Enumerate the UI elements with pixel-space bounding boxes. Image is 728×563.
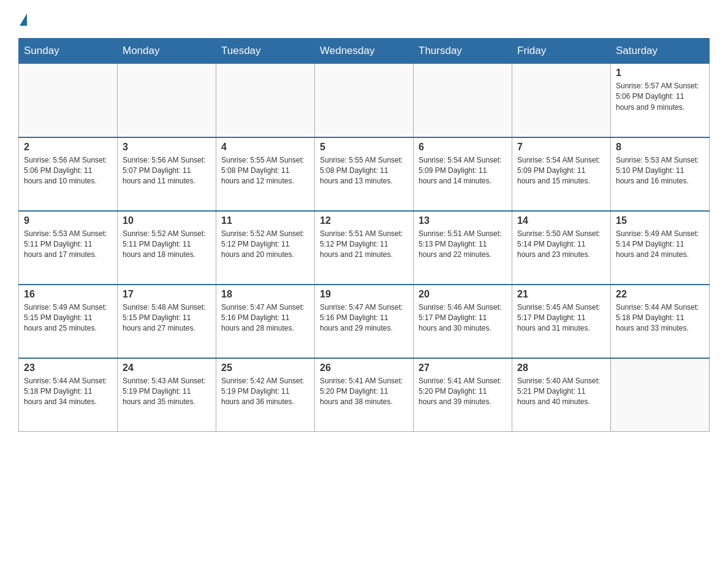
day-number: 20 <box>419 289 507 300</box>
calendar-day-cell: 10Sunrise: 5:52 AM Sunset: 5:11 PM Dayli… <box>118 211 216 285</box>
calendar-day-cell: 3Sunrise: 5:56 AM Sunset: 5:07 PM Daylig… <box>118 137 216 211</box>
calendar-day-cell: 7Sunrise: 5:54 AM Sunset: 5:09 PM Daylig… <box>512 137 611 211</box>
day-info: Sunrise: 5:53 AM Sunset: 5:11 PM Dayligh… <box>24 229 112 261</box>
calendar-week-row: 2Sunrise: 5:56 AM Sunset: 5:06 PM Daylig… <box>19 137 710 211</box>
day-number: 17 <box>123 289 211 300</box>
day-info: Sunrise: 5:56 AM Sunset: 5:06 PM Dayligh… <box>24 155 112 187</box>
calendar-week-row: 16Sunrise: 5:49 AM Sunset: 5:15 PM Dayli… <box>19 285 710 358</box>
day-info: Sunrise: 5:47 AM Sunset: 5:16 PM Dayligh… <box>221 302 309 334</box>
calendar-day-cell: 27Sunrise: 5:41 AM Sunset: 5:20 PM Dayli… <box>414 358 512 432</box>
day-number: 23 <box>24 362 112 373</box>
calendar-day-header: Wednesday <box>315 39 414 64</box>
calendar-day-cell: 2Sunrise: 5:56 AM Sunset: 5:06 PM Daylig… <box>19 137 118 211</box>
calendar-day-cell <box>315 64 414 137</box>
calendar-day-cell: 15Sunrise: 5:49 AM Sunset: 5:14 PM Dayli… <box>611 211 710 285</box>
calendar-day-cell <box>216 64 315 137</box>
day-number: 28 <box>517 362 605 373</box>
calendar-day-header: Thursday <box>414 39 512 64</box>
calendar-day-cell <box>512 64 611 137</box>
calendar-day-header: Tuesday <box>216 39 315 64</box>
day-info: Sunrise: 5:49 AM Sunset: 5:14 PM Dayligh… <box>616 229 704 261</box>
day-number: 25 <box>221 362 309 373</box>
day-number: 15 <box>616 215 704 226</box>
calendar-week-row: 1Sunrise: 5:57 AM Sunset: 5:06 PM Daylig… <box>19 64 710 137</box>
day-info: Sunrise: 5:56 AM Sunset: 5:07 PM Dayligh… <box>123 155 211 187</box>
calendar-day-cell: 22Sunrise: 5:44 AM Sunset: 5:18 PM Dayli… <box>611 285 710 358</box>
day-info: Sunrise: 5:50 AM Sunset: 5:14 PM Dayligh… <box>517 229 605 261</box>
calendar-day-cell: 17Sunrise: 5:48 AM Sunset: 5:15 PM Dayli… <box>118 285 216 358</box>
day-number: 8 <box>616 142 704 153</box>
day-number: 9 <box>24 215 112 226</box>
day-number: 3 <box>123 142 211 153</box>
day-number: 10 <box>123 215 211 226</box>
calendar-day-cell: 1Sunrise: 5:57 AM Sunset: 5:06 PM Daylig… <box>611 64 710 137</box>
calendar-day-cell: 11Sunrise: 5:52 AM Sunset: 5:12 PM Dayli… <box>216 211 315 285</box>
calendar-day-cell: 16Sunrise: 5:49 AM Sunset: 5:15 PM Dayli… <box>19 285 118 358</box>
logo-triangle-icon <box>20 13 27 26</box>
day-number: 16 <box>24 289 112 300</box>
day-number: 21 <box>517 289 605 300</box>
day-number: 5 <box>320 142 408 153</box>
calendar-day-cell: 20Sunrise: 5:46 AM Sunset: 5:17 PM Dayli… <box>414 285 512 358</box>
calendar-day-cell: 26Sunrise: 5:41 AM Sunset: 5:20 PM Dayli… <box>315 358 414 432</box>
day-info: Sunrise: 5:52 AM Sunset: 5:11 PM Dayligh… <box>123 229 211 261</box>
calendar-day-cell: 4Sunrise: 5:55 AM Sunset: 5:08 PM Daylig… <box>216 137 315 211</box>
calendar-day-cell: 9Sunrise: 5:53 AM Sunset: 5:11 PM Daylig… <box>19 211 118 285</box>
calendar-day-cell: 8Sunrise: 5:53 AM Sunset: 5:10 PM Daylig… <box>611 137 710 211</box>
day-info: Sunrise: 5:53 AM Sunset: 5:10 PM Dayligh… <box>616 155 704 187</box>
day-number: 13 <box>419 215 507 226</box>
calendar-day-cell: 14Sunrise: 5:50 AM Sunset: 5:14 PM Dayli… <box>512 211 611 285</box>
day-info: Sunrise: 5:40 AM Sunset: 5:21 PM Dayligh… <box>517 376 605 408</box>
day-info: Sunrise: 5:48 AM Sunset: 5:15 PM Dayligh… <box>123 302 211 334</box>
calendar-day-cell: 5Sunrise: 5:55 AM Sunset: 5:08 PM Daylig… <box>315 137 414 211</box>
calendar-table: SundayMondayTuesdayWednesdayThursdayFrid… <box>18 38 710 432</box>
day-number: 12 <box>320 215 408 226</box>
calendar-week-row: 9Sunrise: 5:53 AM Sunset: 5:11 PM Daylig… <box>19 211 710 285</box>
calendar-day-cell <box>118 64 216 137</box>
calendar-day-cell: 13Sunrise: 5:51 AM Sunset: 5:13 PM Dayli… <box>414 211 512 285</box>
day-number: 26 <box>320 362 408 373</box>
day-info: Sunrise: 5:51 AM Sunset: 5:12 PM Dayligh… <box>320 229 408 261</box>
calendar-day-cell <box>414 64 512 137</box>
calendar-header-row: SundayMondayTuesdayWednesdayThursdayFrid… <box>19 39 710 64</box>
day-number: 2 <box>24 142 112 153</box>
calendar-day-cell <box>611 358 710 432</box>
calendar-day-cell: 24Sunrise: 5:43 AM Sunset: 5:19 PM Dayli… <box>118 358 216 432</box>
calendar-day-header: Friday <box>512 39 611 64</box>
day-number: 7 <box>517 142 605 153</box>
day-info: Sunrise: 5:45 AM Sunset: 5:17 PM Dayligh… <box>517 302 605 334</box>
calendar-day-header: Sunday <box>19 39 118 64</box>
calendar-day-cell: 6Sunrise: 5:54 AM Sunset: 5:09 PM Daylig… <box>414 137 512 211</box>
day-info: Sunrise: 5:57 AM Sunset: 5:06 PM Dayligh… <box>616 81 704 113</box>
calendar-day-header: Monday <box>118 39 216 64</box>
logo <box>18 12 27 26</box>
calendar-day-cell: 21Sunrise: 5:45 AM Sunset: 5:17 PM Dayli… <box>512 285 611 358</box>
day-number: 4 <box>221 142 309 153</box>
day-info: Sunrise: 5:49 AM Sunset: 5:15 PM Dayligh… <box>24 302 112 334</box>
day-number: 14 <box>517 215 605 226</box>
calendar-day-cell: 19Sunrise: 5:47 AM Sunset: 5:16 PM Dayli… <box>315 285 414 358</box>
day-number: 22 <box>616 289 704 300</box>
calendar-day-cell <box>19 64 118 137</box>
calendar-week-row: 23Sunrise: 5:44 AM Sunset: 5:18 PM Dayli… <box>19 358 710 432</box>
day-info: Sunrise: 5:43 AM Sunset: 5:19 PM Dayligh… <box>123 376 211 408</box>
day-number: 11 <box>221 215 309 226</box>
calendar-day-cell: 18Sunrise: 5:47 AM Sunset: 5:16 PM Dayli… <box>216 285 315 358</box>
day-info: Sunrise: 5:41 AM Sunset: 5:20 PM Dayligh… <box>419 376 507 408</box>
day-info: Sunrise: 5:47 AM Sunset: 5:16 PM Dayligh… <box>320 302 408 334</box>
day-info: Sunrise: 5:55 AM Sunset: 5:08 PM Dayligh… <box>320 155 408 187</box>
day-number: 1 <box>616 67 704 79</box>
day-number: 24 <box>123 362 211 373</box>
day-number: 27 <box>419 362 507 373</box>
day-info: Sunrise: 5:55 AM Sunset: 5:08 PM Dayligh… <box>221 155 309 187</box>
day-info: Sunrise: 5:52 AM Sunset: 5:12 PM Dayligh… <box>221 229 309 261</box>
day-info: Sunrise: 5:51 AM Sunset: 5:13 PM Dayligh… <box>419 229 507 261</box>
day-info: Sunrise: 5:54 AM Sunset: 5:09 PM Dayligh… <box>517 155 605 187</box>
day-info: Sunrise: 5:46 AM Sunset: 5:17 PM Dayligh… <box>419 302 507 334</box>
calendar-day-cell: 25Sunrise: 5:42 AM Sunset: 5:19 PM Dayli… <box>216 358 315 432</box>
day-info: Sunrise: 5:44 AM Sunset: 5:18 PM Dayligh… <box>24 376 112 408</box>
calendar-day-header: Saturday <box>611 39 710 64</box>
day-number: 18 <box>221 289 309 300</box>
day-info: Sunrise: 5:44 AM Sunset: 5:18 PM Dayligh… <box>616 302 704 334</box>
calendar-day-cell: 28Sunrise: 5:40 AM Sunset: 5:21 PM Dayli… <box>512 358 611 432</box>
